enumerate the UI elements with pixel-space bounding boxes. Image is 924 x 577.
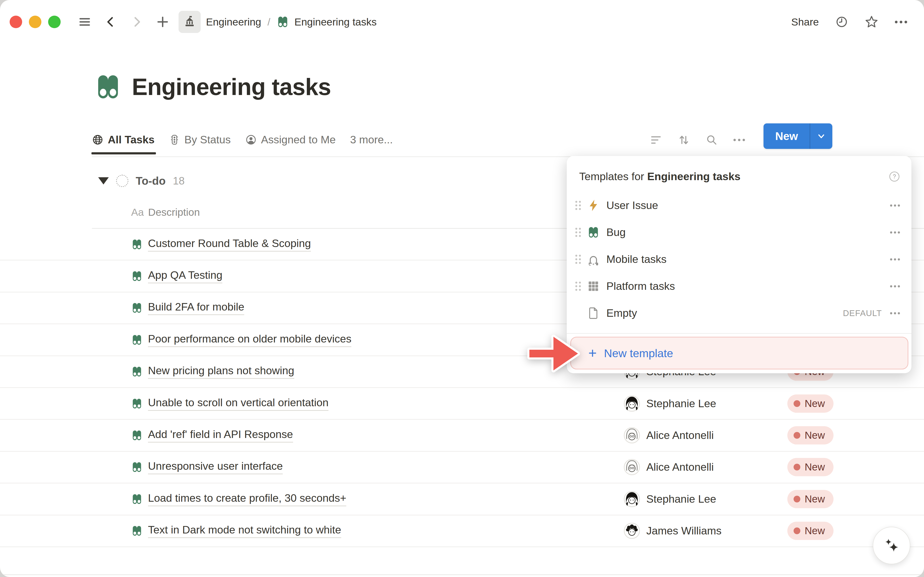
breadcrumb-page[interactable]: Engineering tasks: [294, 16, 377, 28]
task-title[interactable]: Customer Round Table & Scoping: [148, 237, 311, 251]
drag-handle-icon[interactable]: [575, 282, 581, 291]
table-row[interactable]: Unresponsive user interface Alice Antone…: [0, 452, 924, 484]
text-type-icon: Aa: [131, 206, 144, 218]
new-button[interactable]: New: [763, 123, 832, 149]
forward-icon[interactable]: [131, 16, 143, 28]
status-cell[interactable]: New: [787, 395, 834, 413]
more-icon[interactable]: [890, 312, 900, 314]
share-button[interactable]: Share: [791, 16, 819, 28]
assignee-cell[interactable]: Stephanie Lee: [624, 491, 716, 507]
status-label: New: [805, 461, 825, 473]
breadcrumb: Engineering / Engineering tasks: [179, 11, 377, 33]
more-icon[interactable]: [890, 258, 900, 261]
template-item[interactable]: User Issue: [567, 192, 911, 219]
task-title[interactable]: Add 'ref' field in API Response: [148, 428, 293, 443]
more-icon[interactable]: [895, 21, 907, 23]
avatar: [624, 427, 640, 443]
clock-icon[interactable]: [835, 15, 848, 28]
binoculars-icon[interactable]: [94, 73, 122, 100]
popup-divider: [567, 333, 911, 334]
binoculars-icon: [131, 239, 143, 250]
status-cell[interactable]: New: [787, 522, 834, 540]
minimize-button[interactable]: [29, 16, 41, 28]
todo-status-icon: [116, 175, 129, 187]
collapse-triangle-icon[interactable]: [98, 177, 109, 184]
drag-handle-icon[interactable]: [575, 201, 581, 210]
close-button[interactable]: [10, 16, 22, 28]
group-name[interactable]: To-do: [136, 174, 166, 187]
hamburger-icon[interactable]: [79, 16, 91, 28]
task-title[interactable]: Poor performance on older mobile devices: [148, 333, 351, 347]
new-template-label: New template: [604, 347, 673, 360]
ai-sparkle-button[interactable]: [873, 527, 910, 564]
drag-handle-icon[interactable]: [575, 255, 581, 264]
page-title[interactable]: Engineering tasks: [132, 73, 331, 100]
task-title[interactable]: Load times to create profile, 30 seconds…: [148, 492, 346, 506]
status-label: New: [805, 493, 825, 505]
status-badge: New: [787, 522, 834, 540]
status-cell[interactable]: New: [787, 426, 834, 445]
binoculars-icon: [131, 461, 143, 473]
workspace-chip[interactable]: [179, 11, 201, 33]
tab-more-views[interactable]: 3 more...: [350, 125, 393, 155]
assignee-cell[interactable]: James Williams: [624, 523, 722, 539]
template-icon: [587, 253, 600, 266]
assignee-cell[interactable]: Alice Antonelli: [624, 427, 714, 443]
traffic-lights: [10, 16, 61, 28]
status-cell[interactable]: New: [787, 458, 834, 476]
table-row[interactable]: Text in Dark mode not switching to white…: [0, 516, 924, 547]
template-item[interactable]: Bug: [567, 219, 911, 246]
status-dot-icon: [793, 496, 800, 503]
template-list: User Issue Bug Mobile tasks: [567, 192, 911, 327]
back-icon[interactable]: [105, 16, 117, 28]
notion-window: Engineering / Engineering tasks Share En…: [0, 0, 924, 577]
zoom-button[interactable]: [48, 16, 61, 28]
new-template-button[interactable]: + New template: [570, 337, 908, 369]
new-button-label[interactable]: New: [763, 123, 810, 149]
question-icon[interactable]: ?: [889, 171, 900, 182]
sort-icon[interactable]: [677, 134, 690, 146]
template-item[interactable]: Empty DEFAULT: [567, 300, 911, 327]
svg-text:?: ?: [893, 173, 896, 180]
page-bottom-divider: [0, 574, 924, 575]
filter-icon[interactable]: [650, 134, 662, 146]
assignee-name: Stephanie Lee: [646, 493, 716, 505]
tab-label: 3 more...: [350, 134, 393, 146]
more-icon[interactable]: [734, 139, 745, 141]
assignee-cell[interactable]: Stephanie Lee: [624, 395, 716, 412]
task-title[interactable]: App QA Testing: [148, 269, 223, 283]
table-row[interactable]: Unable to scroll on vertical orientation…: [0, 388, 924, 420]
more-icon[interactable]: [890, 285, 900, 287]
task-title[interactable]: Build 2FA for mobile: [148, 301, 244, 315]
tab-label: By Status: [184, 134, 231, 146]
template-item[interactable]: Platform tasks: [567, 273, 911, 300]
breadcrumb-workspace[interactable]: Engineering: [206, 16, 261, 28]
status-label: New: [805, 398, 825, 409]
status-cell[interactable]: New: [787, 490, 834, 508]
group-count: 18: [173, 175, 185, 187]
chevron-down-icon[interactable]: [810, 123, 832, 149]
task-title[interactable]: Unresponsive user interface: [148, 460, 283, 474]
table-row[interactable]: Load times to create profile, 30 seconds…: [0, 484, 924, 515]
column-header-description[interactable]: Aa Description: [131, 206, 200, 218]
tab-by-status[interactable]: By Status: [169, 125, 231, 155]
template-icon: [587, 226, 600, 239]
task-title[interactable]: Text in Dark mode not switching to white: [148, 524, 341, 538]
tab-label: All Tasks: [108, 134, 155, 146]
more-icon[interactable]: [890, 205, 900, 206]
template-item[interactable]: Mobile tasks: [567, 246, 911, 273]
star-icon[interactable]: [864, 15, 879, 29]
tab-assigned-to-me[interactable]: Assigned to Me: [245, 125, 336, 155]
tab-all-tasks[interactable]: All Tasks: [92, 125, 155, 155]
task-title[interactable]: New pricing plans not showing: [148, 364, 294, 379]
drag-handle-icon[interactable]: [575, 228, 581, 237]
new-page-icon[interactable]: [156, 16, 169, 28]
task-title[interactable]: Unable to scroll on vertical orientation: [148, 396, 329, 411]
table-row[interactable]: Add 'ref' field in API Response Alice An…: [0, 420, 924, 451]
status-badge: New: [787, 395, 834, 413]
popup-title: Templates for Engineering tasks: [579, 170, 740, 183]
more-icon[interactable]: [890, 231, 900, 234]
assignee-cell[interactable]: Alice Antonelli: [624, 459, 714, 475]
template-icon: [587, 199, 600, 212]
search-icon[interactable]: [706, 134, 718, 146]
